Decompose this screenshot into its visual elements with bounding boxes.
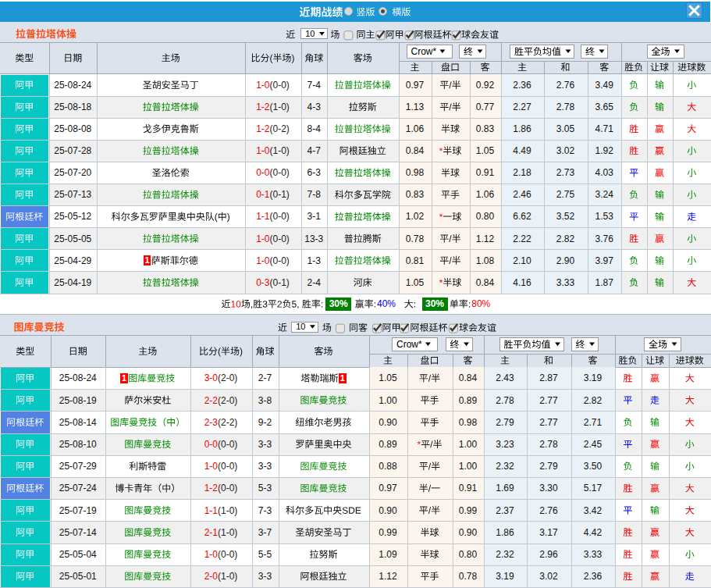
svg-text:3.76: 3.76 — [595, 233, 614, 244]
svg-text:0.97: 0.97 — [379, 483, 397, 494]
svg-text:2.90: 2.90 — [556, 255, 575, 266]
svg-text:1-0(0-0): 1-0(0-0) — [256, 233, 290, 244]
svg-text:3.33: 3.33 — [556, 277, 575, 288]
svg-text:4.49: 4.49 — [513, 145, 531, 156]
svg-text:0-1(0-1): 0-1(0-1) — [256, 189, 290, 200]
svg-text:3.52: 3.52 — [556, 211, 575, 222]
svg-text:1.05: 1.05 — [379, 372, 397, 383]
svg-text:10: 10 — [305, 29, 315, 38]
svg-text:0.78: 0.78 — [406, 233, 425, 244]
svg-text:1.00: 1.00 — [459, 461, 478, 472]
svg-text:3.19: 3.19 — [496, 571, 514, 582]
svg-text:25-05-05: 25-05-05 — [54, 233, 91, 244]
svg-text:0.97: 0.97 — [406, 80, 425, 91]
svg-text:0.89: 0.89 — [379, 439, 397, 450]
svg-text:2.76: 2.76 — [556, 80, 575, 91]
svg-text:Crow*: Crow* — [411, 46, 437, 57]
svg-text:1.00: 1.00 — [459, 439, 478, 450]
svg-text:3.30: 3.30 — [539, 483, 558, 494]
svg-text:3.33: 3.33 — [584, 549, 603, 560]
svg-text:1.86: 1.86 — [496, 527, 514, 538]
svg-text:3.50: 3.50 — [584, 461, 603, 472]
svg-text:4.71: 4.71 — [595, 123, 614, 134]
svg-text:1.00: 1.00 — [379, 395, 397, 406]
svg-text:2.82: 2.82 — [584, 395, 603, 406]
svg-text:1-0(0-0): 1-0(0-0) — [204, 461, 238, 472]
svg-text:1.86: 1.86 — [513, 123, 531, 134]
svg-text:1.09: 1.09 — [379, 549, 397, 560]
svg-text:0.84: 0.84 — [476, 277, 495, 288]
svg-text:2.32: 2.32 — [496, 461, 514, 472]
svg-text:0-3(0-1): 0-3(0-1) — [256, 277, 290, 288]
svg-text:2.78: 2.78 — [556, 102, 575, 112]
svg-text:1.06: 1.06 — [406, 123, 425, 134]
svg-text:2.36: 2.36 — [584, 571, 603, 582]
svg-text:5.17: 5.17 — [584, 483, 603, 494]
svg-text:5-3: 5-3 — [258, 483, 272, 494]
svg-text:13-3: 13-3 — [304, 233, 323, 244]
svg-text:1-1(0-0): 1-1(0-0) — [256, 211, 290, 222]
svg-text:3.23: 3.23 — [496, 439, 514, 450]
svg-text:2.73: 2.73 — [556, 167, 575, 178]
svg-text:2-0(1-0): 2-0(1-0) — [204, 571, 238, 582]
svg-text:4.03: 4.03 — [595, 167, 614, 178]
svg-text:3.24: 3.24 — [595, 189, 614, 200]
svg-text:25-08-18: 25-08-18 — [54, 102, 91, 112]
svg-text:2.82: 2.82 — [556, 233, 575, 244]
svg-text:25-07-28: 25-07-28 — [54, 145, 91, 156]
svg-text:1.08: 1.08 — [476, 255, 495, 266]
svg-text:3.65: 3.65 — [595, 102, 614, 112]
svg-text:3-7: 3-7 — [258, 527, 272, 538]
svg-text:80%: 80% — [471, 298, 490, 309]
svg-text:1-2(0-0): 1-2(0-0) — [204, 483, 238, 494]
svg-text:1-2(1-0): 1-2(1-0) — [256, 102, 290, 112]
svg-text:2.27: 2.27 — [513, 102, 531, 112]
svg-text:25-08-24: 25-08-24 — [54, 80, 91, 91]
svg-text:1.12: 1.12 — [379, 571, 397, 582]
svg-text:1-0(0-0): 1-0(0-0) — [256, 255, 290, 266]
svg-text:25-08-08: 25-08-08 — [54, 123, 91, 134]
svg-text:3.05: 3.05 — [556, 123, 575, 134]
svg-text:2.45: 2.45 — [584, 439, 603, 450]
svg-text:0.78: 0.78 — [459, 571, 478, 582]
svg-text:3.42: 3.42 — [584, 505, 603, 516]
svg-text:1-0(0-0): 1-0(0-0) — [204, 549, 238, 560]
svg-text:40%: 40% — [377, 298, 396, 309]
svg-text:3-1: 3-1 — [308, 211, 322, 222]
svg-text:0.98: 0.98 — [459, 417, 478, 428]
svg-text:25-05-04: 25-05-04 — [59, 549, 97, 560]
svg-text:2.87: 2.87 — [539, 372, 558, 383]
svg-text:2.37: 2.37 — [496, 505, 514, 516]
svg-text:3.19: 3.19 — [584, 372, 603, 383]
svg-text:25-04-19: 25-04-19 — [54, 277, 91, 288]
svg-text:2.77: 2.77 — [539, 395, 558, 406]
svg-text:3-3: 3-3 — [258, 571, 272, 582]
svg-text:1.06: 1.06 — [476, 189, 495, 200]
svg-text:0.99: 0.99 — [459, 505, 478, 516]
svg-text:9-2: 9-2 — [258, 417, 272, 428]
svg-text:2.79: 2.79 — [496, 417, 514, 428]
svg-text:25-08-19: 25-08-19 — [59, 395, 97, 406]
svg-text:25-05-01: 25-05-01 — [59, 571, 97, 582]
svg-text:0.83: 0.83 — [476, 123, 495, 134]
svg-text:25-07-24: 25-07-24 — [59, 483, 97, 494]
svg-text:7-8: 7-8 — [308, 189, 322, 200]
svg-text:0.90: 0.90 — [379, 505, 397, 516]
svg-text:2-1(1-0): 2-1(1-0) — [204, 527, 238, 538]
svg-text:1-3: 1-3 — [308, 255, 322, 266]
svg-text:4.16: 4.16 — [513, 277, 531, 288]
svg-text:3-3: 3-3 — [258, 461, 272, 472]
svg-text:3.02: 3.02 — [556, 145, 575, 156]
svg-text:25-04-29: 25-04-29 — [54, 255, 91, 266]
svg-text:1.13: 1.13 — [406, 102, 425, 112]
svg-text:3.49: 3.49 — [595, 80, 614, 91]
svg-text:2.18: 2.18 — [513, 167, 531, 178]
svg-text:1.53: 1.53 — [595, 211, 614, 222]
svg-text:2.46: 2.46 — [513, 189, 531, 200]
svg-text:2-4: 2-4 — [308, 277, 322, 288]
svg-text:0.91: 0.91 — [459, 483, 478, 494]
svg-text:10: 10 — [296, 322, 305, 331]
svg-text:1-1(1-0): 1-1(1-0) — [204, 505, 238, 516]
svg-text:3-0(2-0): 3-0(2-0) — [204, 372, 238, 383]
svg-text:25-07-13: 25-07-13 — [54, 189, 91, 200]
